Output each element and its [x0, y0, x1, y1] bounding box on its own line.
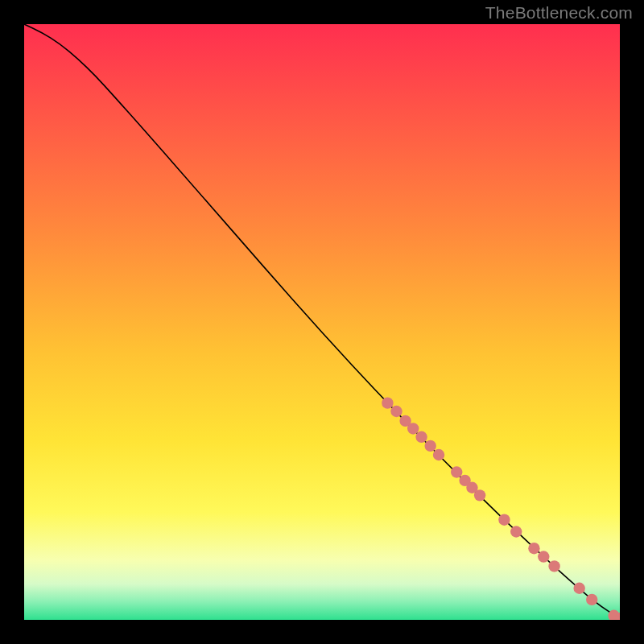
sample-point [424, 440, 436, 452]
attribution-text: TheBottleneck.com [485, 3, 633, 23]
sample-point [586, 594, 597, 605]
bottleneck-chart [24, 24, 620, 620]
sample-point [510, 526, 522, 537]
sample-point [573, 583, 584, 594]
sample-point [415, 431, 427, 443]
sample-point [474, 489, 485, 501]
sample-point [382, 397, 393, 408]
sample-point [548, 560, 559, 572]
sample-point [538, 551, 549, 562]
sample-point [528, 543, 539, 554]
chart-stage: TheBottleneck.com [0, 0, 644, 644]
sample-point [498, 514, 510, 525]
sample-point [451, 466, 462, 477]
sample-point [390, 406, 402, 417]
sample-point [433, 449, 444, 460]
sample-point [407, 423, 419, 434]
chart-background [24, 24, 620, 620]
